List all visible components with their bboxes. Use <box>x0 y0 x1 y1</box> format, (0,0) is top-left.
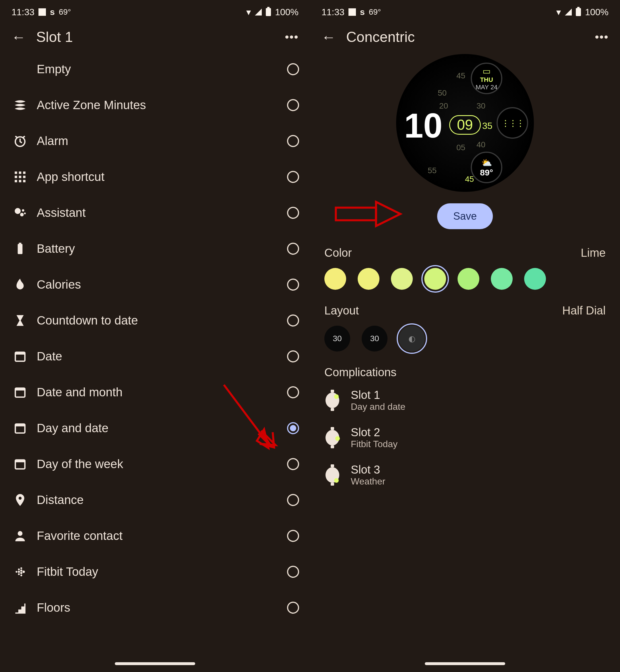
svg-rect-9 <box>23 180 25 182</box>
preview-tick: 55 <box>428 166 436 175</box>
option-row-active-zone-minutes[interactable]: Active Zone Minutes <box>9 87 299 123</box>
battery-icon <box>266 8 271 16</box>
color-swatch[interactable] <box>458 268 479 290</box>
radio-button[interactable] <box>287 171 299 183</box>
svg-rect-3 <box>23 172 25 174</box>
option-label: Calories <box>32 278 287 291</box>
nav-bar[interactable] <box>115 662 195 665</box>
option-row-date[interactable]: Date <box>9 338 299 374</box>
nav-bar[interactable] <box>425 662 505 665</box>
complication-slot-title: Slot 1 <box>351 389 405 401</box>
calories-icon <box>9 277 32 292</box>
color-swatch[interactable] <box>491 268 513 290</box>
complication-slot-row[interactable]: Slot 3Weather <box>310 456 620 494</box>
preview-complication-bottom: ⛅ 89° <box>471 152 502 183</box>
day-week-icon <box>9 457 32 471</box>
status-right: ▾ 100% <box>246 7 299 17</box>
complication-slot-subtitle: Day and date <box>351 401 405 412</box>
overflow-menu-button[interactable]: ••• <box>595 34 609 40</box>
svg-point-31 <box>20 570 22 572</box>
preview-minute: 09 <box>449 115 481 135</box>
radio-button[interactable] <box>287 350 299 363</box>
weather-icon: ⛅ <box>481 158 492 168</box>
complication-slot-row[interactable]: Slot 2Fitbit Today <box>310 419 620 456</box>
svg-point-27 <box>18 568 20 570</box>
complication-slot-subtitle: Fitbit Today <box>351 439 398 449</box>
option-row-favorite-contact[interactable]: Favorite contact <box>9 518 299 554</box>
color-swatch[interactable] <box>524 268 546 290</box>
status-bar: 11:33 s 69° ▾ 100% <box>0 0 310 20</box>
option-label: Countdown to date <box>32 314 287 327</box>
status-time: 11:33 <box>321 7 345 17</box>
back-button[interactable]: ← <box>321 30 336 44</box>
fitbit-icon: ⋮⋮⋮ <box>501 118 524 128</box>
svg-point-26 <box>15 571 17 572</box>
preview-complication-middle: ⋮⋮⋮ <box>497 107 528 139</box>
option-row-floors[interactable]: Floors <box>9 589 299 625</box>
color-swatch[interactable] <box>324 268 346 290</box>
radio-button[interactable] <box>287 279 299 291</box>
radio-button[interactable] <box>287 63 299 75</box>
day-date-icon <box>9 421 32 435</box>
svg-point-10 <box>15 208 21 214</box>
layout-option[interactable]: ◐ <box>399 326 425 351</box>
svg-point-25 <box>18 531 23 536</box>
preview-hour: 10 <box>404 106 442 145</box>
option-row-fitbit-today[interactable]: Fitbit Today <box>9 554 299 589</box>
radio-button[interactable] <box>287 207 299 219</box>
svg-marker-37 <box>376 202 401 226</box>
radio-button[interactable] <box>287 386 299 398</box>
status-left: 11:33 s 69° <box>321 7 381 17</box>
layout-option[interactable]: 30 <box>324 326 350 351</box>
option-label: Active Zone Minutes <box>32 98 287 112</box>
radio-button[interactable] <box>287 458 299 470</box>
back-button[interactable]: ← <box>11 30 26 44</box>
option-row-distance[interactable]: Distance <box>9 482 299 518</box>
distance-icon <box>9 493 32 507</box>
option-row-app-shortcut[interactable]: App shortcut <box>9 159 299 195</box>
option-row-battery[interactable]: Battery <box>9 231 299 267</box>
radio-button[interactable] <box>287 494 299 506</box>
radio-button[interactable] <box>287 530 299 542</box>
status-temperature: 69° <box>59 7 71 17</box>
radio-button[interactable] <box>287 602 299 614</box>
option-label: Floors <box>32 601 287 615</box>
svg-rect-1 <box>15 172 17 174</box>
option-row-assistant[interactable]: Assistant <box>9 195 299 231</box>
layout-option[interactable]: 30 <box>362 326 388 351</box>
color-swatch[interactable] <box>358 268 379 290</box>
signal-icon <box>255 9 262 15</box>
overflow-menu-button[interactable]: ••• <box>285 34 299 40</box>
color-swatch[interactable] <box>424 268 446 290</box>
option-label: App shortcut <box>32 170 287 184</box>
status-app-icon <box>39 8 46 16</box>
complications-label: Complications <box>310 357 620 382</box>
option-row-empty[interactable]: Empty <box>9 51 299 87</box>
battery-icon <box>576 8 581 16</box>
radio-button[interactable] <box>287 99 299 111</box>
color-value: Lime <box>581 246 606 259</box>
radio-button[interactable] <box>287 243 299 255</box>
svg-rect-15 <box>19 243 21 244</box>
date-month-icon <box>9 385 32 399</box>
option-row-alarm[interactable]: Alarm <box>9 123 299 159</box>
svg-point-30 <box>20 567 22 569</box>
save-button[interactable]: Save <box>437 203 493 229</box>
option-row-calories[interactable]: Calories <box>9 267 299 302</box>
option-label: Alarm <box>32 134 287 148</box>
complication-option-list[interactable]: EmptyActive Zone MinutesAlarmApp shortcu… <box>0 51 310 625</box>
radio-button[interactable] <box>287 422 299 434</box>
option-row-countdown-to-date[interactable]: Countdown to date <box>9 302 299 338</box>
layout-value: Half Dial <box>562 304 606 317</box>
preview-comp-top-line2: MAY 24 <box>476 84 498 91</box>
battery-percent: 100% <box>275 7 299 17</box>
alarm-icon <box>9 134 32 148</box>
option-label: Distance <box>32 493 287 507</box>
radio-button[interactable] <box>287 315 299 327</box>
radio-button[interactable] <box>287 135 299 147</box>
svg-point-24 <box>19 496 21 499</box>
color-swatch[interactable] <box>391 268 413 290</box>
complication-slot-row[interactable]: Slot 1Day and date <box>310 382 620 419</box>
radio-button[interactable] <box>287 566 299 578</box>
signal-icon <box>565 9 572 15</box>
